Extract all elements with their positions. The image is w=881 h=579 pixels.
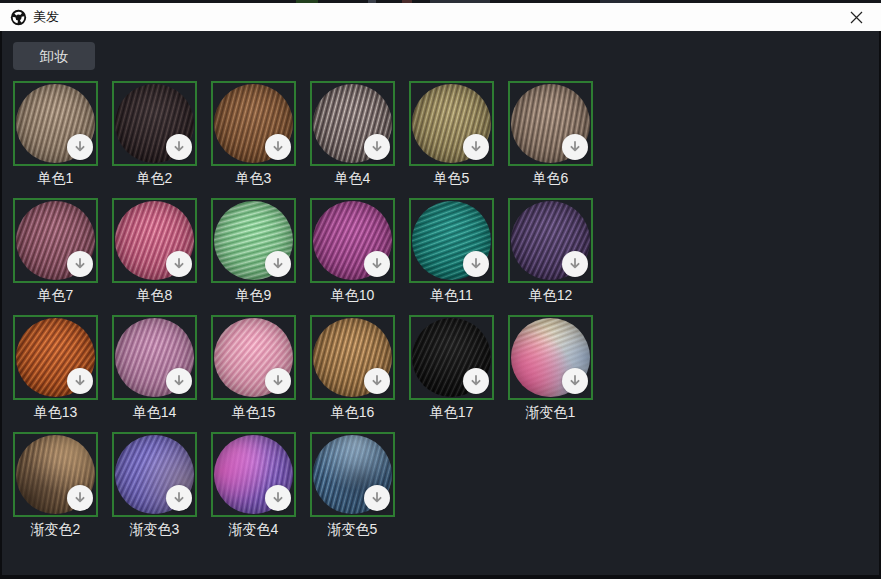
- hair-style-label: 单色7: [13, 287, 98, 305]
- download-arrow-icon: [72, 373, 88, 389]
- hair-style-tile[interactable]: [409, 81, 494, 166]
- download-arrow-icon: [270, 139, 286, 155]
- download-arrow-icon: [171, 373, 187, 389]
- download-button[interactable]: [67, 251, 93, 277]
- download-button[interactable]: [364, 485, 390, 511]
- hair-style-tile[interactable]: [508, 315, 593, 400]
- hair-style-tile[interactable]: [13, 198, 98, 283]
- download-arrow-icon: [72, 256, 88, 272]
- download-button[interactable]: [364, 134, 390, 160]
- hair-style-tile[interactable]: [211, 81, 296, 166]
- download-button[interactable]: [364, 368, 390, 394]
- hair-style-tile[interactable]: [13, 81, 98, 166]
- hair-style-tile[interactable]: [310, 198, 395, 283]
- hair-style-label: 单色4: [310, 170, 395, 188]
- hair-style-tile[interactable]: [211, 198, 296, 283]
- window-title: 美发: [33, 8, 59, 26]
- download-button[interactable]: [463, 251, 489, 277]
- hair-style-label: 单色15: [211, 404, 296, 422]
- download-arrow-icon: [567, 373, 583, 389]
- hair-style-tile[interactable]: [112, 432, 197, 517]
- close-button[interactable]: [841, 5, 871, 29]
- hair-style-tile[interactable]: [508, 198, 593, 283]
- hair-style-label: 渐变色1: [508, 404, 593, 422]
- hair-style-tile[interactable]: [409, 315, 494, 400]
- hair-style-item: 单色13: [13, 315, 98, 422]
- hair-style-tile[interactable]: [310, 81, 395, 166]
- download-button[interactable]: [265, 368, 291, 394]
- hair-style-item: 渐变色2: [13, 432, 98, 539]
- download-button[interactable]: [463, 368, 489, 394]
- hair-style-item: 单色16: [310, 315, 395, 422]
- download-button[interactable]: [166, 134, 192, 160]
- hair-style-item: 单色3: [211, 81, 296, 188]
- download-arrow-icon: [369, 139, 385, 155]
- download-button[interactable]: [562, 134, 588, 160]
- download-arrow-icon: [270, 256, 286, 272]
- hair-style-item: 单色14: [112, 315, 197, 422]
- hair-style-tile[interactable]: [211, 432, 296, 517]
- download-button[interactable]: [67, 485, 93, 511]
- obs-logo-icon: [10, 9, 27, 26]
- download-button[interactable]: [463, 134, 489, 160]
- titlebar: 美发: [0, 3, 881, 31]
- hair-style-label: 单色11: [409, 287, 494, 305]
- hair-style-item: 单色6: [508, 81, 593, 188]
- download-button[interactable]: [67, 134, 93, 160]
- hair-style-label: 单色6: [508, 170, 593, 188]
- hair-style-item: 单色2: [112, 81, 197, 188]
- hair-style-tile[interactable]: [13, 315, 98, 400]
- hair-style-tile[interactable]: [112, 81, 197, 166]
- hair-style-item: 单色17: [409, 315, 494, 422]
- hair-style-tile[interactable]: [112, 315, 197, 400]
- hair-grid: 单色1 单色2 单色3: [13, 81, 613, 539]
- hair-style-tile[interactable]: [310, 432, 395, 517]
- download-button[interactable]: [562, 368, 588, 394]
- download-arrow-icon: [468, 139, 484, 155]
- hair-style-label: 单色3: [211, 170, 296, 188]
- hair-style-tile[interactable]: [409, 198, 494, 283]
- remove-makeup-button[interactable]: 卸妆: [13, 42, 95, 70]
- download-button[interactable]: [166, 368, 192, 394]
- hair-style-tile[interactable]: [508, 81, 593, 166]
- hair-style-label: 单色10: [310, 287, 395, 305]
- download-arrow-icon: [270, 373, 286, 389]
- download-arrow-icon: [567, 139, 583, 155]
- hair-style-tile[interactable]: [112, 198, 197, 283]
- hair-style-tile[interactable]: [310, 315, 395, 400]
- hair-style-dialog: 美发 卸妆 单色1 单色2: [0, 0, 881, 579]
- hair-style-item: 单色12: [508, 198, 593, 305]
- download-button[interactable]: [265, 134, 291, 160]
- download-button[interactable]: [265, 485, 291, 511]
- hair-style-item: 单色15: [211, 315, 296, 422]
- hair-style-tile[interactable]: [211, 315, 296, 400]
- download-button[interactable]: [265, 251, 291, 277]
- download-arrow-icon: [369, 256, 385, 272]
- download-arrow-icon: [171, 139, 187, 155]
- hair-style-label: 渐变色5: [310, 521, 395, 539]
- hair-style-item: 单色9: [211, 198, 296, 305]
- close-icon: [850, 11, 863, 24]
- download-button[interactable]: [364, 251, 390, 277]
- download-arrow-icon: [468, 256, 484, 272]
- hair-style-label: 单色14: [112, 404, 197, 422]
- hair-style-label: 单色5: [409, 170, 494, 188]
- hair-style-item: 渐变色5: [310, 432, 395, 539]
- download-button[interactable]: [562, 251, 588, 277]
- hair-style-tile[interactable]: [13, 432, 98, 517]
- download-arrow-icon: [468, 373, 484, 389]
- hair-style-label: 单色1: [13, 170, 98, 188]
- hair-style-item: 单色1: [13, 81, 98, 188]
- background-app-strip: [0, 0, 881, 3]
- hair-style-item: 单色4: [310, 81, 395, 188]
- download-arrow-icon: [270, 490, 286, 506]
- download-button[interactable]: [67, 368, 93, 394]
- download-button[interactable]: [166, 251, 192, 277]
- hair-style-label: 渐变色2: [13, 521, 98, 539]
- dialog-content: 卸妆 单色1 单色2: [0, 31, 881, 575]
- hair-style-item: 单色8: [112, 198, 197, 305]
- download-arrow-icon: [567, 256, 583, 272]
- download-button[interactable]: [166, 485, 192, 511]
- hair-style-label: 单色12: [508, 287, 593, 305]
- download-arrow-icon: [171, 256, 187, 272]
